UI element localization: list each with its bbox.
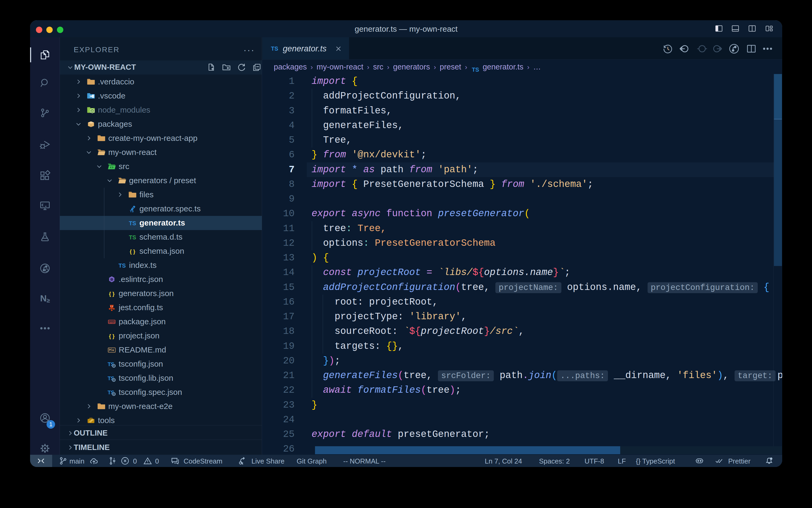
svg-text:{ }: { } [109, 291, 115, 297]
svg-text:{ }: { } [109, 333, 115, 339]
svg-text:TS: TS [472, 67, 479, 73]
svg-text:npm: npm [109, 320, 115, 324]
svg-text:TS: TS [129, 220, 136, 226]
svg-text:TS: TS [129, 234, 136, 241]
svg-text:{ }: { } [130, 249, 135, 255]
svg-text:TS: TS [118, 262, 126, 269]
svg-text:TS: TS [130, 210, 134, 213]
svg-text:TS: TS [271, 46, 278, 52]
svg-text:JS: JS [91, 110, 94, 112]
